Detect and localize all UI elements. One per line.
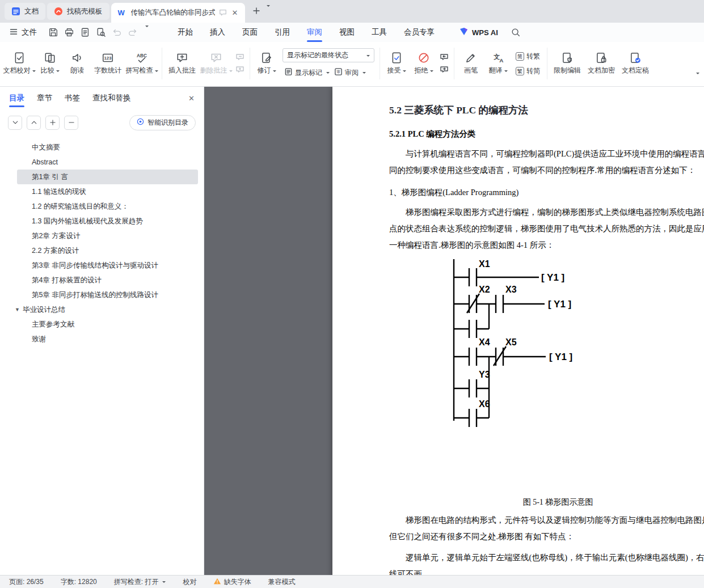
close-tab-icon[interactable]: ✕ [232, 9, 238, 17]
finalize-button[interactable]: 文档定稿 [618, 50, 652, 77]
show-markup-icon [284, 67, 293, 78]
ladder-label-x4: X4 [479, 337, 490, 347]
page-indicator[interactable]: 页面: 26/35 [9, 577, 44, 587]
zoom-in-outline-button[interactable] [45, 116, 60, 130]
prev-change-icon[interactable] [440, 53, 449, 62]
lock-icon [595, 52, 608, 64]
show-markup-button[interactable]: 显示标记 [283, 66, 331, 79]
print-preview-icon[interactable] [96, 27, 106, 37]
restrict-edit-button[interactable]: 限制编辑 [550, 50, 584, 77]
spell-check-icon: ABC [136, 52, 148, 64]
pen-button[interactable]: 画笔 [457, 50, 484, 77]
ladder-diagram-figure[interactable]: X1 X2 X3 X4 X5 Y3 X6 [ Y1 ] [ Y1 ] [ Y1 … [389, 258, 704, 428]
word-count-button[interactable]: 123 字数统计 [91, 50, 125, 77]
file-menu-button[interactable]: 文件 [7, 27, 43, 38]
restrict-edit-icon [561, 52, 574, 64]
to-simplified-button[interactable]: 繁 转简 [514, 65, 542, 77]
expand-triangle-icon[interactable]: ▼ [15, 302, 20, 317]
tab-list-chevron-icon[interactable] [265, 7, 270, 17]
wps-ai-button[interactable]: WPS AI [459, 27, 498, 38]
outline-item[interactable]: 1.1 输送线的现状 [17, 184, 198, 199]
new-tab-icon[interactable] [252, 7, 260, 17]
tab-tools[interactable]: 工具 [363, 23, 395, 42]
docs-home-icon [11, 7, 20, 16]
spell-check-button[interactable]: ABC 拼写检查 [125, 50, 159, 77]
translate-label: 翻译 [489, 66, 503, 75]
ladder-output-y1: [ Y1 ] [541, 272, 564, 283]
ribbon-collapse-icon[interactable] [694, 74, 699, 84]
insert-comment-button[interactable]: 插入批注 [165, 50, 199, 77]
collapse-all-button[interactable] [27, 116, 41, 130]
outline-item-selected[interactable]: 第1章 引 言 [17, 170, 198, 184]
panel-tab-find[interactable]: 查找和替换 [92, 87, 131, 109]
review-pane-button[interactable]: 审 审阅 [332, 66, 368, 79]
outline-item[interactable]: 致谢 [17, 332, 198, 346]
zoom-out-outline-button[interactable] [64, 116, 78, 130]
save-icon[interactable] [48, 27, 58, 37]
reject-button[interactable]: 拒绝 [410, 50, 437, 77]
smart-toc-button[interactable]: 智能识别目录 [129, 115, 196, 130]
tab-docs-home-label: 文档 [24, 7, 39, 16]
track-changes-button[interactable]: 修订 [253, 50, 280, 77]
missing-font-label: 缺失字体 [224, 577, 251, 587]
tab-insert[interactable]: 插入 [201, 23, 234, 42]
tab-document-active[interactable]: W 传输汽车凸轮轴的非同步式输... ✕ [111, 3, 245, 23]
missing-font-warning[interactable]: 缺失字体 [213, 577, 251, 587]
ladder-label-x2: X2 [479, 285, 490, 294]
outline-item[interactable]: 2.2 方案的设计 [17, 243, 198, 258]
accept-button[interactable]: 接受 [383, 50, 410, 77]
outline-item-expandable[interactable]: ▼ 毕业设计总结 [15, 302, 198, 317]
to-traditional-button[interactable]: 简 转繁 [514, 50, 542, 62]
doc-proof-button[interactable]: 文档校对 [2, 50, 36, 77]
spellcheck-toggle[interactable]: 拼写检查: 打开 [114, 577, 166, 587]
ladder-label-x3: X3 [505, 285, 517, 294]
redo-icon[interactable] [128, 27, 138, 37]
outline-item[interactable]: 第2章 方案设计 [17, 229, 198, 243]
read-aloud-button[interactable]: 朗读 [64, 50, 91, 77]
compare-button[interactable]: 比较 [36, 50, 64, 77]
panel-tab-bookmark[interactable]: 书签 [65, 87, 80, 109]
close-panel-icon[interactable]: ✕ [188, 94, 195, 103]
ladder-output-y1: [ Y1 ] [548, 299, 571, 310]
tab-view[interactable]: 视图 [331, 23, 363, 42]
read-aloud-label: 朗读 [70, 66, 84, 75]
next-change-icon[interactable] [440, 65, 449, 74]
panel-tab-toc[interactable]: 目录 [9, 87, 24, 109]
quick-access-chevron-icon[interactable] [144, 27, 149, 37]
outline-item[interactable]: 第3章 非同步传输线结构设计与驱动设计 [17, 258, 198, 273]
markup-state-select[interactable]: 显示标记的最终状态 [283, 48, 374, 62]
svg-text:A: A [499, 57, 503, 64]
document-page[interactable]: 5.2 三菱系统下 PLC 的编程方法 5.2.1 PLC 编程方法分类 与计算… [332, 87, 704, 575]
tab-reference[interactable]: 引用 [266, 23, 298, 42]
prev-comment-icon[interactable] [235, 53, 244, 62]
outline-item[interactable]: Abstract [17, 155, 198, 170]
outline-item[interactable]: 中文摘要 [17, 140, 198, 155]
panel-tab-chapter[interactable]: 章节 [37, 87, 52, 109]
undo-icon[interactable] [112, 27, 122, 37]
outline-item[interactable]: 第4章 打标装置的设计 [17, 273, 198, 287]
outline-item[interactable]: 1.3 国内外输送机械现代及发展趋势 [17, 214, 198, 229]
svg-text:ABC: ABC [137, 53, 147, 58]
outline-item[interactable]: 第5章 非同步打标输送线的控制线路设计 [17, 287, 198, 302]
tab-start[interactable]: 开始 [169, 23, 201, 42]
word-count-indicator[interactable]: 字数: 12820 [61, 577, 97, 587]
wps-ai-label: WPS AI [472, 28, 498, 37]
search-icon[interactable] [511, 27, 521, 37]
tab-docs-home[interactable]: 文档 [5, 3, 45, 20]
encrypt-button[interactable]: 文档加密 [584, 50, 618, 77]
tab-member[interactable]: 会员专享 [395, 23, 443, 42]
translate-button[interactable]: 文A 翻译 [484, 50, 512, 77]
tab-review[interactable]: 审阅 [298, 23, 331, 42]
delete-comment-button[interactable]: 删除批注 [199, 50, 233, 77]
print-icon[interactable] [64, 27, 74, 37]
outline-item[interactable]: 主要参考文献 [17, 317, 198, 332]
expand-all-button[interactable] [8, 116, 22, 130]
export-pdf-icon[interactable] [80, 27, 90, 37]
proofread-button[interactable]: 校对 [183, 577, 196, 587]
next-comment-icon[interactable] [235, 65, 244, 74]
tab-template[interactable]: 找稿壳模板 [47, 3, 109, 20]
ribbon-tabs: 开始 插入 页面 引用 审阅 视图 工具 会员专享 [169, 23, 443, 42]
outline-item[interactable]: 1.2 的研究输送线目的和意义： [17, 199, 198, 214]
document-outline: 中文摘要 Abstract 第1章 引 言 1.1 输送线的现状 1.2 的研究… [0, 136, 204, 575]
tab-page[interactable]: 页面 [234, 23, 266, 42]
